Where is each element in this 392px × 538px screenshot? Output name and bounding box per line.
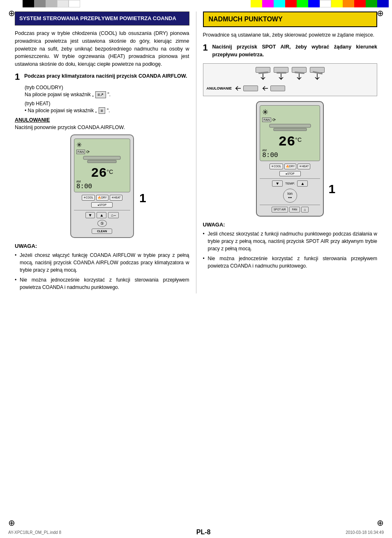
footer-left: AY-XPC18LR_OM_PL.indd 8: [8, 530, 61, 535]
up-arrow-left[interactable]: ▲: [97, 212, 106, 218]
ac-unit-2: [274, 67, 288, 81]
ac-unit-6: [261, 84, 285, 92]
reg-mark-top-left: [8, 8, 15, 18]
time-value-left: 8:00: [76, 183, 128, 190]
airflow-top-row: [207, 67, 374, 81]
arrow-left-1: [234, 84, 242, 92]
temp-row-right: ▼ TEMP. ▲: [260, 180, 320, 187]
color-block-white1: [57, 0, 69, 7]
ac-unit-1: [256, 67, 270, 81]
color-block-cyan: [274, 0, 285, 7]
right-column: NADMUCH PUNKTOWY Prowadnice są ustawiane…: [196, 12, 378, 293]
spot-fan-buttons: SPOT AIR FAN ⌂: [260, 207, 320, 212]
temp-up-button[interactable]: ▲: [297, 180, 308, 187]
airflow-diagram: ANULOWANIE: [203, 63, 378, 96]
svg-rect-0: [83, 156, 120, 159]
dry-button-left[interactable]: 🔥DRY: [96, 195, 108, 201]
anulowanie-diagram-label: ANULOWANIE: [207, 86, 232, 90]
cool-button-left[interactable]: ✳COOL: [82, 195, 95, 201]
deg-c-right: °C: [295, 136, 302, 143]
arrow-down-2: [277, 73, 285, 81]
color-block-yellow2: [331, 0, 343, 7]
svg-rect-3: [274, 128, 307, 131]
color-block-white3: [320, 0, 331, 7]
dry-button-right[interactable]: 🔥DRY: [284, 164, 297, 169]
mode-buttons-right: ✳COOL 🔥DRY ✳HEAT: [260, 164, 320, 169]
left-column: SYSTEM STEROWANIA PRZEPŁYWEM POWIETRZA C…: [15, 12, 196, 293]
ac-unit-5: [234, 84, 258, 92]
heat-button-right[interactable]: ✳HEAT: [297, 164, 310, 169]
anulowanie-row: ANULOWANIE: [207, 84, 374, 92]
temp-display-right: 26 °C: [262, 135, 318, 149]
snowflake-icon-right: ✳: [262, 108, 268, 117]
cool-button-right[interactable]: ✳COOL: [270, 164, 283, 169]
heat-label: (tryb HEAT): [25, 101, 189, 106]
fan-icon-left: ⟳: [86, 150, 90, 154]
ion-button[interactable]: Ion•••: [283, 189, 297, 203]
right-step-number: 1: [203, 43, 210, 59]
stop-button-right[interactable]: ●STOP: [279, 171, 301, 176]
left-step-text: Podczas pracy klimatyzatora naciśnij prz…: [24, 72, 187, 81]
right-uwaga-item-2: Nie można jednocześnie korzystać z funkc…: [203, 255, 378, 270]
temp-value-left: 26: [91, 167, 106, 180]
page-number: PL-8: [196, 529, 211, 536]
fan-label-right: FAN: [262, 118, 271, 122]
right-remote-wrapper: ✳ FAN ⟳: [256, 101, 324, 217]
left-remote-container: ✳ FAN ⟳: [15, 134, 189, 238]
heat-button-left[interactable]: ✳HEAT: [110, 195, 122, 201]
left-uwaga: UWAGA: Jeżeli chcesz włączyć funkcję COA…: [15, 243, 189, 291]
ac-unit-3: [292, 67, 307, 81]
color-block-red2: [354, 0, 366, 7]
airflow-bottom-row: [234, 84, 285, 92]
remote-divider-right: [260, 178, 320, 179]
spot-air-button[interactable]: SPOT AIR: [272, 207, 288, 212]
remote-divider-right-2: [260, 205, 320, 205]
stop-button-left[interactable]: ●STOP: [91, 202, 113, 208]
temp-display-left: 26 °C: [76, 167, 128, 180]
right-step-1: 1 Naciśnij przycisk SPOT AIR, żeby wybra…: [203, 43, 378, 59]
left-step-1: 1 Podczas pracy klimatyzatora naciśnij p…: [15, 72, 189, 81]
color-block-red: [285, 0, 297, 7]
left-section-header: SYSTEM STEROWANIA PRZEPŁYWEM POWIETRZA C…: [15, 12, 189, 25]
vane-svg-left: [81, 155, 122, 164]
left-uwaga-head: UWAGA:: [15, 243, 189, 249]
time-display-right: AM 8:00: [262, 149, 318, 159]
left-uwaga-item-1: Jeżeli chcesz włączyć funkcję COANDA AIR…: [15, 252, 189, 274]
clean-button[interactable]: CLEAN: [92, 229, 112, 234]
ios-button[interactable]: ⑤: [97, 220, 107, 227]
color-block-green: [297, 0, 308, 7]
cool-dry-label: (tryb COOL/DRY): [25, 85, 189, 90]
mode-buttons-left: ✳COOL 🔥DRY ✳HEAT: [74, 195, 130, 201]
home-button-right[interactable]: ⌂: [301, 207, 308, 212]
time-value-right: 8:00: [262, 152, 318, 159]
right-remote-screen: ✳ FAN ⟳: [260, 105, 320, 161]
temp-down-button[interactable]: ▼: [272, 180, 283, 187]
svg-rect-2: [270, 124, 311, 127]
svg-rect-1: [88, 160, 116, 163]
heat-indicator: • Na pilocie pojawi się wskaźnik „ ≡ ".: [25, 107, 189, 114]
arrow-down-4: [313, 73, 321, 81]
right-remote-container: ✳ FAN ⟳: [203, 101, 378, 217]
color-block-white2: [69, 0, 80, 7]
arrow-left-2: [261, 84, 270, 92]
right-step-num-label: 1: [329, 182, 336, 196]
color-block-gray2: [46, 0, 57, 7]
down-arrow-left[interactable]: ▼: [85, 212, 95, 218]
arrow-down-3: [295, 73, 303, 81]
fan-label-left: FAN: [76, 150, 85, 154]
clean-button-row: CLEAN: [74, 229, 130, 234]
deg-c-left: °C: [107, 169, 113, 175]
color-block-blue2: [377, 0, 389, 7]
left-remote: ✳ FAN ⟳: [70, 134, 134, 238]
top-color-bar: [0, 0, 392, 7]
fan-button-right[interactable]: FAN: [289, 207, 300, 212]
vane-graphic-left: [76, 155, 128, 166]
color-block-blue: [308, 0, 320, 7]
footer-right: 2010-03-18 16:34:49: [346, 530, 384, 535]
left-body-text: Podczas pracy w trybie chłodzenia (COOL)…: [15, 30, 189, 68]
coanda-button-left[interactable]: ⌂–: [108, 212, 119, 218]
temp-value-right: 26: [278, 135, 295, 149]
right-body-text: Prowadnice są ustawiane tak, żeby skiero…: [203, 31, 378, 39]
vane-graphic-right: [262, 123, 318, 134]
nav-buttons-left: ▼ ▲ ⌂–: [74, 212, 130, 218]
